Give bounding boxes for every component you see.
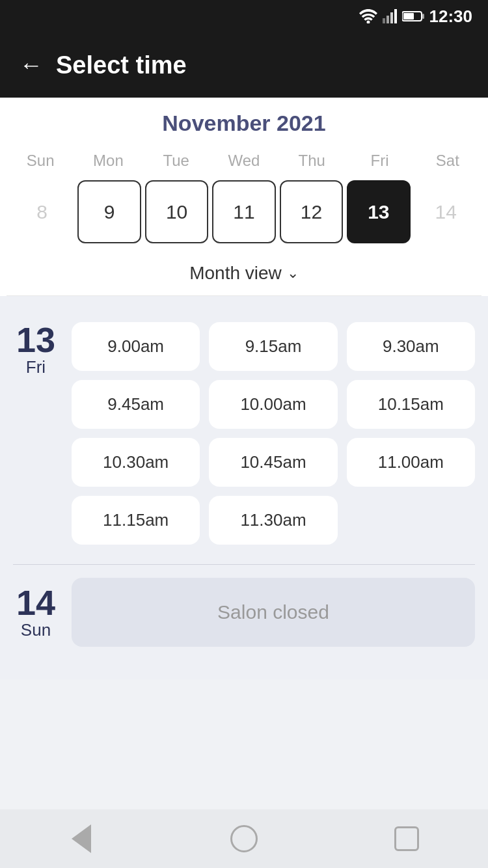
day-13-number: 13 (16, 322, 55, 357)
month-view-label: Month view (189, 263, 282, 284)
day-13-name: Fri (26, 357, 46, 377)
slot-11-30am[interactable]: 11.30am (209, 496, 337, 545)
day-14[interactable]: 14 (414, 180, 478, 243)
back-nav-button[interactable] (64, 821, 100, 857)
weekday-sat: Sat (414, 148, 481, 174)
svg-rect-6 (422, 14, 424, 19)
home-nav-icon (230, 825, 258, 852)
home-nav-button[interactable] (226, 821, 262, 857)
month-view-toggle[interactable]: Month view ⌄ (7, 254, 481, 296)
day-14-name: Sun (21, 620, 51, 640)
slot-9-00am[interactable]: 9.00am (72, 322, 200, 371)
back-button[interactable]: ← (20, 51, 43, 79)
slot-10-00am[interactable]: 10.00am (209, 380, 337, 429)
wifi-icon (359, 9, 377, 23)
slot-11-00am[interactable]: 11.00am (347, 438, 475, 487)
salon-closed-label: Salon closed (217, 601, 329, 623)
slot-9-15am[interactable]: 9.15am (209, 322, 337, 371)
slot-10-30am[interactable]: 10.30am (72, 438, 200, 487)
weekday-fri: Fri (346, 148, 413, 174)
calendar-section: November 2021 Sun Mon Tue Wed Thu Fri Sa… (0, 98, 488, 296)
weekday-tue: Tue (142, 148, 210, 174)
svg-rect-7 (403, 13, 414, 20)
chevron-down-icon: ⌄ (287, 265, 299, 282)
weekday-sun: Sun (7, 148, 74, 174)
day-11[interactable]: 11 (212, 180, 275, 243)
slot-10-15am[interactable]: 10.15am (347, 380, 475, 429)
slots-area: 13 Fri 9.00am 9.15am 9.30am 9.45am 10.00… (0, 296, 488, 679)
recent-nav-icon (394, 826, 419, 851)
back-nav-icon (72, 824, 91, 853)
header: ← Select time (0, 33, 488, 98)
day-13-slots-grid: 9.00am 9.15am 9.30am 9.45am 10.00am 10.1… (72, 322, 475, 545)
slot-9-45am[interactable]: 9.45am (72, 380, 200, 429)
day-13-section: 13 Fri 9.00am 9.15am 9.30am 9.45am 10.00… (0, 309, 488, 564)
slot-10-45am[interactable]: 10.45am (209, 438, 337, 487)
day-13-label: 13 Fri (13, 322, 59, 545)
month-year-label: November 2021 (7, 111, 481, 136)
day-14-label: 14 Sun (13, 585, 59, 640)
bottom-nav (0, 809, 488, 868)
day-14-section: 14 Sun Salon closed (0, 565, 488, 666)
weekday-mon: Mon (74, 148, 142, 174)
svg-point-0 (366, 21, 370, 24)
battery-icon (402, 10, 424, 22)
weekdays-row: Sun Mon Tue Wed Thu Fri Sat (7, 148, 481, 174)
days-row: 8 9 10 11 12 13 14 (7, 180, 481, 254)
day-9[interactable]: 9 (77, 180, 141, 243)
page-title: Select time (56, 51, 187, 79)
weekday-thu: Thu (278, 148, 346, 174)
weekday-wed: Wed (210, 148, 278, 174)
day-12[interactable]: 12 (280, 180, 343, 243)
recent-nav-button[interactable] (389, 821, 425, 857)
status-bar: 12:30 (0, 0, 488, 33)
signal-icon (383, 9, 397, 23)
day-14-number: 14 (16, 585, 55, 620)
bottom-spacer (0, 679, 488, 738)
day-13[interactable]: 13 (347, 180, 410, 243)
status-icons: 12:30 (359, 7, 473, 27)
slot-9-30am[interactable]: 9.30am (347, 322, 475, 371)
svg-rect-1 (383, 18, 385, 23)
day-10[interactable]: 10 (145, 180, 208, 243)
day-8[interactable]: 8 (10, 180, 74, 243)
slot-11-15am[interactable]: 11.15am (72, 496, 200, 545)
svg-rect-2 (386, 16, 389, 23)
svg-rect-3 (390, 12, 393, 23)
svg-rect-4 (394, 9, 397, 23)
salon-closed-box: Salon closed (72, 578, 475, 647)
status-time: 12:30 (429, 7, 473, 27)
